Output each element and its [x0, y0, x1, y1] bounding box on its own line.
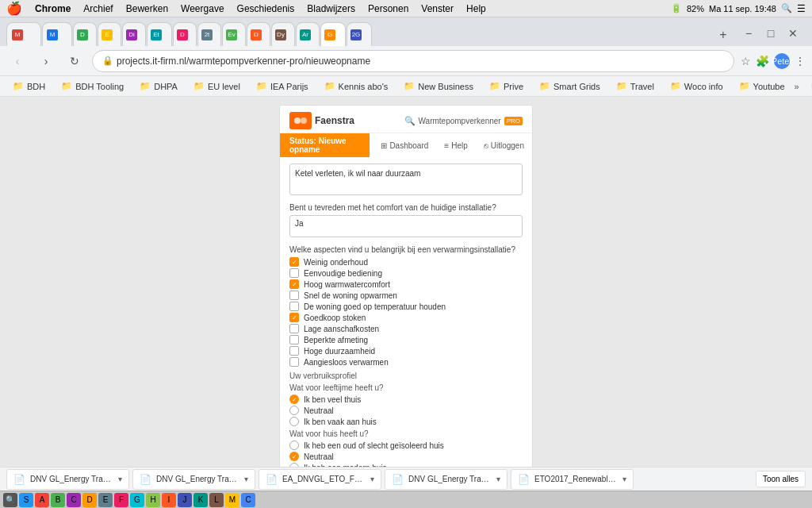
star-icon[interactable]: ☆ — [741, 55, 751, 67]
menu-venster[interactable]: Venster — [421, 3, 454, 14]
tab-14[interactable]: 2G — [347, 22, 372, 46]
download-item-1[interactable]: 📄 DNV GL_Energy Transi....pdf ▾ — [6, 469, 129, 490]
extensions-icon[interactable]: 🧩 — [756, 55, 769, 67]
download-chevron-1[interactable]: ▾ — [118, 475, 122, 483]
checkbox-hoge-duur[interactable]: Hoge duurzaamheid — [289, 346, 523, 356]
refresh-button[interactable]: ↻ — [63, 50, 86, 72]
q1-radio-1[interactable]: ✓ — [289, 394, 299, 404]
download-item-3[interactable]: 📄 EA_DNVGL_ETO_FullBo....pdf ▾ — [259, 469, 381, 490]
dock-icon-6[interactable]: D — [82, 493, 97, 507]
q2-option-2[interactable]: ✓ Neutraal — [289, 452, 523, 461]
checkbox-beperkte[interactable]: Beperkte afmeting — [289, 335, 523, 344]
nav-dashboard[interactable]: ⊞ Dashboard — [373, 138, 436, 153]
tab-2[interactable]: M — [42, 22, 72, 46]
dock-icon-3[interactable]: A — [35, 493, 49, 507]
nav-help[interactable]: ≡ Help — [436, 138, 475, 153]
dock-icon-5[interactable]: C — [67, 493, 81, 507]
dock-icon-10[interactable]: H — [146, 493, 160, 507]
bookmark-bdh[interactable]: 📁 BDH — [6, 79, 52, 93]
weinig-onderhoud-checkbox[interactable]: ✓ — [289, 257, 299, 267]
tab-4[interactable]: E — [98, 22, 121, 46]
dock-icon-11[interactable]: I — [162, 493, 176, 507]
tab-5[interactable]: Di — [122, 22, 146, 46]
dock-icon-14[interactable]: L — [209, 493, 224, 507]
q1-radio-3[interactable] — [289, 417, 299, 426]
q1-option-1[interactable]: ✓ Ik ben veel thuis — [289, 394, 523, 404]
hoge-duur-checkbox[interactable] — [289, 346, 299, 356]
dock-icon-4[interactable]: B — [51, 493, 65, 507]
dock-icon-12[interactable]: J — [178, 493, 192, 507]
q2-radio-3[interactable] — [289, 463, 299, 467]
hoog-warmwater-checkbox[interactable]: ✓ — [289, 279, 299, 289]
checkbox-hoog-warmwater[interactable]: ✓ Hoog warmwatercomfort — [289, 279, 523, 289]
new-tab-button[interactable]: + — [712, 24, 734, 46]
bookmark-iea[interactable]: 📁 IEA Parijs — [250, 79, 315, 93]
bookmark-kennis[interactable]: 📁 Kennis abo's — [318, 79, 395, 93]
app-name-menu[interactable]: Chrome — [35, 3, 71, 14]
checkbox-goedkoop[interactable]: ✓ Goedkoop stoken — [289, 313, 523, 322]
tab-8[interactable]: 2t — [197, 22, 221, 46]
bookmark-travel[interactable]: 📁 Travel — [610, 79, 661, 93]
dock-icon-2[interactable]: S — [19, 493, 33, 507]
comfort-input[interactable] — [289, 215, 523, 237]
bookmark-youtube[interactable]: 📁 Youtube — [733, 79, 791, 93]
checkbox-lage-aanschaf[interactable]: Lage aanschafkosten — [289, 324, 523, 333]
snel-woning-checkbox[interactable] — [289, 291, 299, 300]
search-icon[interactable]: 🔍 — [781, 3, 792, 13]
forward-button[interactable]: › — [35, 50, 57, 72]
dock-icon-15[interactable]: M — [225, 493, 239, 507]
motivation-input[interactable] — [289, 164, 523, 195]
bookmark-prive[interactable]: 📁 Prive — [483, 79, 530, 93]
checkbox-temperatuur[interactable]: De woning goed op temperatuur houden — [289, 302, 523, 311]
minimize-icon[interactable]: − — [739, 24, 758, 43]
dock-icon-8[interactable]: F — [114, 493, 128, 507]
bookmark-eu[interactable]: 📁 EU level — [187, 79, 247, 93]
download-item-2[interactable]: 📄 DNV GL_Energy Transi....pdf ▾ — [132, 469, 255, 490]
tab-6[interactable]: Et — [147, 22, 172, 46]
menu-bewerken[interactable]: Bewerken — [126, 3, 168, 14]
menu-bladwijzers[interactable]: Bladwijzers — [307, 3, 355, 14]
q1-radio-2[interactable] — [289, 406, 299, 415]
dock-icon-9[interactable]: G — [130, 493, 144, 507]
download-chevron-3[interactable]: ▾ — [370, 475, 374, 483]
download-chevron-5[interactable]: ▾ — [622, 475, 626, 483]
temperatuur-checkbox[interactable] — [289, 302, 299, 311]
address-input[interactable]: 🔒 projects.it-firm.nl/warmtepompverkenne… — [92, 50, 734, 72]
menu-icon[interactable]: ⋮ — [795, 55, 806, 67]
back-button[interactable]: ‹ — [6, 50, 29, 72]
q1-option-2[interactable]: Neutraal — [289, 406, 523, 415]
bookmark-woco[interactable]: 📁 Woco info — [664, 79, 730, 93]
dock-icon-7[interactable]: E — [98, 493, 113, 507]
menu-archief[interactable]: Archief — [83, 3, 113, 14]
tab-11[interactable]: Dy — [271, 22, 295, 46]
show-all-downloads-button[interactable]: Toon alles — [756, 471, 806, 487]
tab-gmail[interactable]: M — [6, 22, 41, 46]
tab-10[interactable]: D — [247, 22, 270, 46]
dock-finder-icon[interactable]: 🔍 — [3, 493, 17, 507]
q2-radio-2[interactable]: ✓ — [289, 452, 299, 461]
q1-option-3[interactable]: Ik ben vaak aan huis — [289, 417, 523, 426]
bookmark-bdh-tooling[interactable]: 📁 BDH Tooling — [55, 79, 130, 93]
tab-3[interactable]: D — [73, 22, 97, 46]
dock-icon-13[interactable]: K — [193, 493, 208, 507]
download-item-4[interactable]: 📄 DNV GL_Energy Transi....pdf ▾ — [385, 469, 508, 490]
checkbox-eenvoudige[interactable]: Eenvoudige bediening — [289, 268, 523, 278]
dock-chrome-icon[interactable]: C — [241, 493, 255, 507]
download-chevron-2[interactable]: ▾ — [244, 475, 248, 483]
eenvoudige-checkbox[interactable] — [289, 268, 299, 278]
tab-12[interactable]: Ar — [296, 22, 320, 46]
bookmark-smart-grids[interactable]: 📁 Smart Grids — [533, 79, 607, 93]
checkbox-aangiesloos[interactable]: Aangiesloos verwarmen — [289, 357, 523, 367]
lage-aanschaf-checkbox[interactable] — [289, 324, 299, 333]
checkbox-weinig-onderhoud[interactable]: ✓ Weinig onderhoud — [289, 257, 523, 267]
nav-logout[interactable]: ⎋ Uitloggen — [476, 138, 532, 153]
aangiesloos-checkbox[interactable] — [289, 357, 299, 367]
tab-9[interactable]: Ev — [222, 22, 246, 46]
maximize-icon[interactable]: □ — [761, 24, 780, 43]
download-item-5[interactable]: 📄 ETO2017_Renewables....pdf ▾ — [511, 469, 634, 490]
bookmark-other[interactable]: 📁 Andere bladwijzers — [804, 79, 812, 93]
download-chevron-4[interactable]: ▾ — [496, 475, 500, 483]
bookmark-dhpa[interactable]: 📁 DHPA — [133, 79, 184, 93]
beperkte-checkbox[interactable] — [289, 335, 299, 344]
control-icon[interactable]: ☰ — [797, 3, 806, 14]
